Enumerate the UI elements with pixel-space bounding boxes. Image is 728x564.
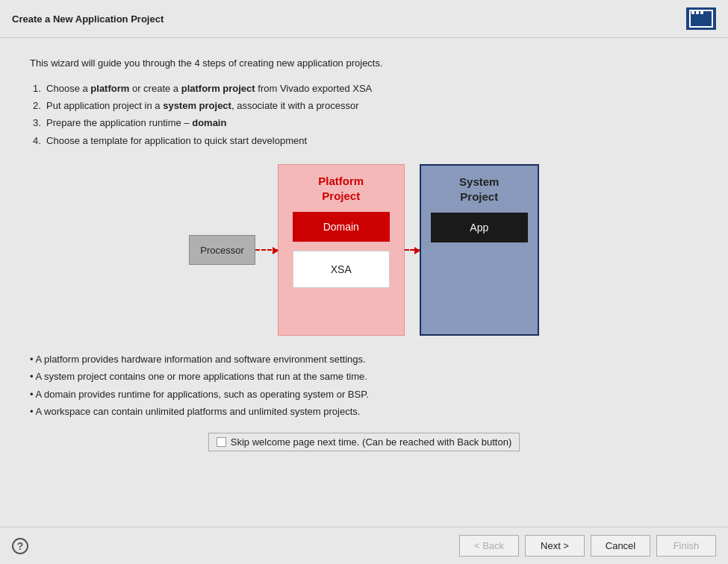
domain-to-app-arrow <box>405 249 420 251</box>
step3-num: 3. Prepare the application runtime – <box>33 117 192 128</box>
skip-label[interactable]: Skip welcome page next time. (Can be rea… <box>208 433 520 451</box>
processor-box: Processor <box>189 235 255 265</box>
footer-right: < Back Next > Cancel Finish <box>459 535 716 557</box>
system-title: SystemProject <box>459 175 499 204</box>
intro-text: This wizard will guide you through the 4… <box>30 56 698 71</box>
diagram-area: Processor PlatformProject Domain XSA <box>30 164 698 336</box>
skip-area: Skip welcome page next time. (Can be rea… <box>30 433 698 451</box>
help-icon-text: ? <box>17 540 24 552</box>
platform-title: PlatformProject <box>318 174 364 203</box>
window-dots <box>691 11 703 14</box>
bullets-area: • A platform provides hardware informati… <box>30 351 698 421</box>
bullet-2: • A system project contains one or more … <box>30 368 698 385</box>
window-icon <box>686 7 716 30</box>
step4-num: 4. Choose a template for application to … <box>33 135 307 146</box>
dot2 <box>696 11 699 14</box>
app-label: App <box>470 222 488 234</box>
bullet-4: • A workspace can contain unlimited plat… <box>30 403 698 420</box>
middle-arrow <box>405 249 420 251</box>
processor-label: Processor <box>200 245 244 256</box>
step2-num: 2. Put application project in a <box>33 100 163 111</box>
step1-bold2: platform project <box>181 83 255 94</box>
step1-bold1: platform <box>90 83 129 94</box>
bullet-3: • A domain provides runtime for applicat… <box>30 386 698 403</box>
steps-list: 1. Choose a platform or create a platfor… <box>30 80 698 150</box>
bullet-1: • A platform provides hardware informati… <box>30 351 698 368</box>
step3-bold: domain <box>192 117 226 128</box>
footer-left: ? <box>12 538 28 554</box>
platform-project-box: PlatformProject Domain XSA <box>278 164 405 336</box>
footer-bar: ? < Back Next > Cancel Finish <box>0 527 728 564</box>
domain-label: Domain <box>323 221 359 233</box>
finish-label: Finish <box>673 540 700 551</box>
step2-bold: system project <box>163 100 231 111</box>
next-button[interactable]: Next > <box>525 535 585 557</box>
step1-mid: or create a <box>129 83 181 94</box>
finish-button[interactable]: Finish <box>656 535 716 557</box>
proc-to-domain-arrow <box>255 249 278 251</box>
system-project-box: SystemProject App <box>420 164 539 336</box>
arrow-line-1 <box>255 249 278 251</box>
next-label: Next > <box>541 540 569 551</box>
step-3: 3. Prepare the application runtime – dom… <box>30 114 698 131</box>
skip-checkbox[interactable] <box>217 437 226 447</box>
xsa-label: XSA <box>331 263 352 275</box>
back-label: < Back <box>474 540 504 551</box>
step2-suffix: , associate it with a processor <box>231 100 359 111</box>
cancel-label: Cancel <box>606 540 635 551</box>
dot3 <box>700 11 703 14</box>
step1-suffix: from Vivado exported XSA <box>255 83 373 94</box>
domain-box: Domain <box>293 212 390 242</box>
dot1 <box>691 11 694 14</box>
cancel-button[interactable]: Cancel <box>591 535 650 557</box>
app-box: App <box>431 213 528 242</box>
step1-num: 1. Choose a <box>33 83 90 94</box>
diagram-inner: Processor PlatformProject Domain XSA <box>189 164 539 336</box>
content-area: This wizard will guide you through the 4… <box>0 38 728 527</box>
xsa-box: XSA <box>293 251 390 288</box>
step-4: 4. Choose a template for application to … <box>30 132 698 149</box>
skip-text: Skip welcome page next time. (Can be rea… <box>231 436 511 448</box>
step-1: 1. Choose a platform or create a platfor… <box>30 80 698 97</box>
back-button[interactable]: < Back <box>459 535 519 557</box>
step-2: 2. Put application project in a system p… <box>30 97 698 114</box>
dialog-title: Create a New Application Project <box>12 13 164 25</box>
help-button[interactable]: ? <box>12 538 28 554</box>
title-bar: Create a New Application Project <box>0 0 728 38</box>
